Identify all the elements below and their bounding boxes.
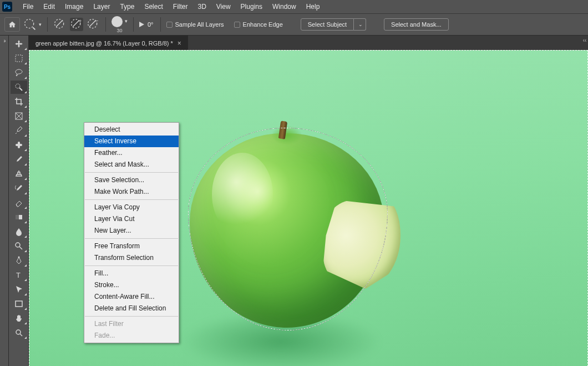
context-menu-separator xyxy=(85,265,178,266)
svg-point-13 xyxy=(16,243,20,247)
select-subject-dropdown[interactable]: ⌄ xyxy=(354,18,366,31)
document-tab-title: green apple bitten.jpg @ 16.7% (Layer 0,… xyxy=(36,40,173,47)
collapsed-panel-left[interactable]: ›› xyxy=(0,36,9,366)
menu-select[interactable]: Select xyxy=(139,0,168,13)
context-menu[interactable]: DeselectSelect InverseFeather...Select a… xyxy=(84,122,179,343)
eyedropper-tool[interactable] xyxy=(11,124,27,137)
new-selection-icon[interactable] xyxy=(53,18,67,31)
brush-size-label: 30 xyxy=(116,28,122,33)
svg-rect-16 xyxy=(16,301,22,307)
hand-tool[interactable] xyxy=(11,312,27,325)
add-to-selection-icon[interactable]: + xyxy=(70,18,83,31)
context-menu-item[interactable]: Delete and Fill Selection xyxy=(84,303,179,314)
select-and-mask-button[interactable]: Select and Mask... xyxy=(384,18,449,31)
brush-preview-icon xyxy=(111,16,123,27)
context-menu-item[interactable]: Feather... xyxy=(84,147,179,159)
close-icon[interactable]: × xyxy=(178,39,181,47)
svg-point-14 xyxy=(18,257,19,258)
tool-preset-picker[interactable]: ▾ xyxy=(23,18,42,31)
svg-rect-10 xyxy=(18,142,20,148)
context-menu-item[interactable]: Save Selection... xyxy=(84,174,179,186)
context-menu-item[interactable]: Select and Mask... xyxy=(84,159,179,171)
menu-window[interactable]: Window xyxy=(267,0,301,13)
gradient-tool[interactable] xyxy=(11,210,27,224)
menu-view[interactable]: View xyxy=(211,0,236,13)
context-menu-separator xyxy=(85,238,178,239)
menu-filter[interactable]: Filter xyxy=(168,0,193,13)
svg-point-0 xyxy=(25,19,34,28)
clone-stamp-tool[interactable] xyxy=(11,167,27,181)
blur-tool[interactable] xyxy=(11,225,27,238)
context-menu-item[interactable]: Transform Selection xyxy=(84,252,179,264)
zoom-tool[interactable] xyxy=(11,326,27,339)
context-menu-item[interactable]: Deselect xyxy=(84,124,179,136)
toolbox: T xyxy=(9,36,29,366)
sample-all-layers-checkbox[interactable]: Sample All Layers xyxy=(166,21,224,28)
enhance-edge-checkbox[interactable]: Enhance Edge xyxy=(234,21,283,28)
menu-3d[interactable]: 3D xyxy=(192,0,211,13)
menu-bar: Ps FileEditImageLayerTypeSelectFilter3DV… xyxy=(0,0,588,13)
svg-text:−: − xyxy=(95,18,98,24)
healing-brush-tool[interactable] xyxy=(11,138,27,152)
context-menu-item[interactable]: Select Inverse xyxy=(84,136,179,147)
frame-tool[interactable] xyxy=(11,109,27,123)
pen-tool[interactable] xyxy=(11,254,27,267)
svg-point-17 xyxy=(16,330,21,334)
context-menu-item[interactable]: Make Work Path... xyxy=(84,186,179,198)
options-bar: ▾ + − ▾ 30 0° Sample All Layers Enhance … xyxy=(0,13,588,36)
svg-rect-6 xyxy=(16,55,22,62)
menu-edit[interactable]: Edit xyxy=(38,0,60,13)
dodge-tool[interactable] xyxy=(11,239,27,253)
rectangle-tool[interactable] xyxy=(11,297,27,310)
svg-rect-12 xyxy=(16,215,19,219)
home-button[interactable] xyxy=(4,17,20,32)
home-icon xyxy=(8,21,16,28)
context-menu-separator xyxy=(85,199,178,200)
angle-icon xyxy=(139,22,144,27)
app-logo: Ps xyxy=(2,2,12,12)
menu-type[interactable]: Type xyxy=(115,0,139,13)
context-menu-item[interactable]: Layer Via Copy xyxy=(84,202,179,213)
menu-file[interactable]: File xyxy=(18,0,38,13)
context-menu-item[interactable]: Stroke... xyxy=(84,279,179,291)
context-menu-separator xyxy=(85,316,178,317)
menu-plugins[interactable]: Plugins xyxy=(236,0,267,13)
context-menu-item[interactable]: Layer Via Cut xyxy=(84,213,179,225)
menu-image[interactable]: Image xyxy=(60,0,88,13)
brush-angle-field[interactable]: 0° xyxy=(139,21,155,28)
brush-tool[interactable] xyxy=(11,153,27,166)
svg-text:+: + xyxy=(79,18,82,24)
document-tab-bar: green apple bitten.jpg @ 16.7% (Layer 0,… xyxy=(29,36,588,50)
context-menu-item[interactable]: New Layer... xyxy=(84,225,179,237)
path-selection-tool[interactable] xyxy=(11,283,27,296)
lasso-tool[interactable] xyxy=(11,66,27,79)
document-tab[interactable]: green apple bitten.jpg @ 16.7% (Layer 0,… xyxy=(29,36,188,50)
context-menu-separator xyxy=(85,172,178,173)
svg-point-7 xyxy=(16,84,20,88)
type-tool[interactable]: T xyxy=(11,268,27,282)
menu-layer[interactable]: Layer xyxy=(88,0,115,13)
context-menu-item: Fade... xyxy=(84,330,179,342)
history-brush-tool[interactable] xyxy=(11,182,27,195)
subtract-from-selection-icon[interactable]: − xyxy=(87,18,100,31)
crop-tool[interactable] xyxy=(11,95,27,108)
move-tool[interactable] xyxy=(11,37,27,51)
quick-selection-tool[interactable] xyxy=(11,81,27,94)
menu-help[interactable]: Help xyxy=(301,0,325,13)
context-menu-item[interactable]: Content-Aware Fill... xyxy=(84,291,179,303)
brush-picker[interactable]: ▾ 30 xyxy=(111,16,128,33)
svg-text:T: T xyxy=(16,271,21,279)
context-menu-item[interactable]: Free Transform xyxy=(84,240,179,252)
select-subject-button[interactable]: Select Subject xyxy=(301,18,354,31)
context-menu-item: Last Filter xyxy=(84,318,179,330)
collapsed-panel-right[interactable]: ‹‹ xyxy=(581,36,588,44)
marquee-tool[interactable] xyxy=(11,52,27,65)
eraser-tool[interactable] xyxy=(11,196,27,209)
context-menu-item[interactable]: Fill... xyxy=(84,268,179,279)
